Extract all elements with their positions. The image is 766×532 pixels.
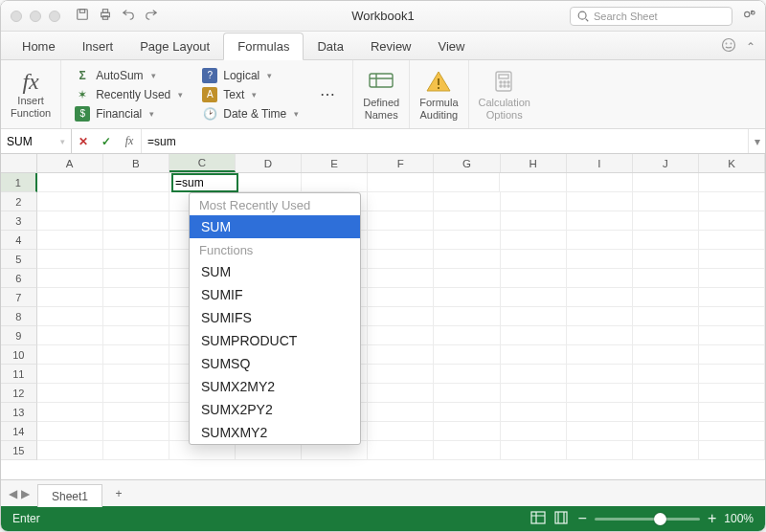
cell[interactable] <box>699 173 765 192</box>
autocomplete-item[interactable]: SUMX2MY2 <box>190 375 360 398</box>
cell[interactable] <box>434 365 500 384</box>
cell[interactable] <box>633 173 699 192</box>
column-header[interactable]: A <box>37 154 103 172</box>
cell[interactable] <box>37 365 103 384</box>
cell[interactable] <box>501 384 567 403</box>
cell[interactable] <box>633 192 699 211</box>
cell[interactable] <box>103 365 169 384</box>
cell[interactable] <box>103 441 169 460</box>
share-icon[interactable] <box>742 8 755 25</box>
formula-input[interactable]: =sum <box>141 129 748 153</box>
defined-names-button[interactable]: Defined Names <box>353 60 410 128</box>
column-header[interactable]: D <box>236 154 302 172</box>
calculation-options-button[interactable]: Calculation Options <box>469 60 540 128</box>
cell[interactable] <box>500 173 566 192</box>
cell[interactable] <box>368 250 434 269</box>
row-header[interactable]: 4 <box>1 231 37 250</box>
row-header[interactable]: 7 <box>1 288 37 307</box>
cell[interactable] <box>434 441 500 460</box>
zoom-value[interactable]: 100% <box>724 512 754 525</box>
cell[interactable] <box>567 269 633 288</box>
cell[interactable] <box>633 231 699 250</box>
cell[interactable] <box>368 231 434 250</box>
cell[interactable] <box>633 211 699 231</box>
cell[interactable] <box>103 384 169 403</box>
next-sheet-icon[interactable]: ▶ <box>21 487 30 500</box>
cell[interactable] <box>37 326 103 345</box>
cell[interactable] <box>434 269 500 288</box>
undo-icon[interactable] <box>122 8 135 25</box>
cell[interactable] <box>699 192 765 211</box>
cell[interactable] <box>567 250 633 269</box>
cell[interactable] <box>567 403 633 422</box>
autocomplete-item[interactable]: SUMIFS <box>190 306 360 329</box>
cell[interactable] <box>501 250 567 269</box>
cell[interactable] <box>501 365 567 384</box>
cell[interactable] <box>567 384 633 403</box>
cell[interactable] <box>368 422 434 441</box>
cell[interactable] <box>103 269 169 288</box>
cell[interactable] <box>434 422 500 441</box>
cell[interactable] <box>434 384 500 403</box>
close-window-button[interactable] <box>11 11 22 22</box>
autocomplete-item[interactable]: SUMXMY2 <box>190 421 360 444</box>
cell[interactable] <box>434 192 500 211</box>
cell[interactable] <box>567 307 633 326</box>
cell[interactable] <box>567 288 633 307</box>
cell[interactable] <box>434 403 500 422</box>
cell[interactable] <box>37 269 103 288</box>
row-header[interactable]: 1 <box>1 173 37 192</box>
add-sheet-button[interactable]: + <box>108 483 129 504</box>
cell[interactable] <box>368 307 434 326</box>
fx-button[interactable]: fx <box>118 134 141 148</box>
text-button[interactable]: AText▾ <box>200 86 259 103</box>
cell[interactable] <box>633 250 699 269</box>
column-header[interactable]: E <box>302 154 368 172</box>
cell[interactable] <box>434 307 500 326</box>
print-icon[interactable] <box>99 8 112 25</box>
cell[interactable] <box>368 326 434 345</box>
cell[interactable] <box>434 173 500 192</box>
row-header[interactable]: 5 <box>1 250 37 269</box>
cell[interactable] <box>103 173 169 192</box>
row-header[interactable]: 14 <box>1 422 37 441</box>
row-header[interactable]: 6 <box>1 269 37 288</box>
cell[interactable] <box>699 269 765 288</box>
help-icon[interactable] <box>721 37 736 55</box>
cell[interactable] <box>699 384 765 403</box>
cell[interactable] <box>699 345 765 365</box>
cell[interactable] <box>368 173 434 192</box>
autocomplete-item[interactable]: SUM <box>190 215 360 238</box>
tab-view[interactable]: View <box>425 33 479 59</box>
zoom-out-button[interactable]: − <box>578 510 587 527</box>
cell[interactable] <box>567 211 633 231</box>
autocomplete-item[interactable]: SUMPRODUCT <box>190 329 360 352</box>
cell[interactable] <box>633 269 699 288</box>
financial-button[interactable]: $Financial▾ <box>73 105 156 122</box>
cell[interactable] <box>501 307 567 326</box>
cell[interactable] <box>434 345 500 365</box>
cell[interactable] <box>37 384 103 403</box>
cell[interactable] <box>103 231 169 250</box>
cell[interactable] <box>368 192 434 211</box>
more-functions-button[interactable]: ⋯ <box>316 85 341 103</box>
cell[interactable] <box>567 173 633 192</box>
cell[interactable] <box>633 345 699 365</box>
cell[interactable] <box>699 307 765 326</box>
column-header[interactable]: K <box>699 154 765 172</box>
date-time-button[interactable]: 🕑Date & Time▾ <box>200 105 301 122</box>
cell[interactable] <box>103 192 169 211</box>
expand-formula-bar-icon[interactable]: ▾ <box>748 129 765 153</box>
cell[interactable] <box>567 231 633 250</box>
confirm-button[interactable]: ✓ <box>95 135 118 148</box>
cell[interactable] <box>37 307 103 326</box>
cell[interactable] <box>103 250 169 269</box>
cell[interactable] <box>501 326 567 345</box>
logical-button[interactable]: ?Logical▾ <box>200 67 274 84</box>
row-header[interactable]: 9 <box>1 326 37 345</box>
collapse-ribbon-icon[interactable]: ⌃ <box>746 40 755 54</box>
column-header[interactable]: F <box>368 154 434 172</box>
cell[interactable] <box>37 441 103 460</box>
cell[interactable] <box>699 211 765 231</box>
tab-insert[interactable]: Insert <box>69 33 127 59</box>
